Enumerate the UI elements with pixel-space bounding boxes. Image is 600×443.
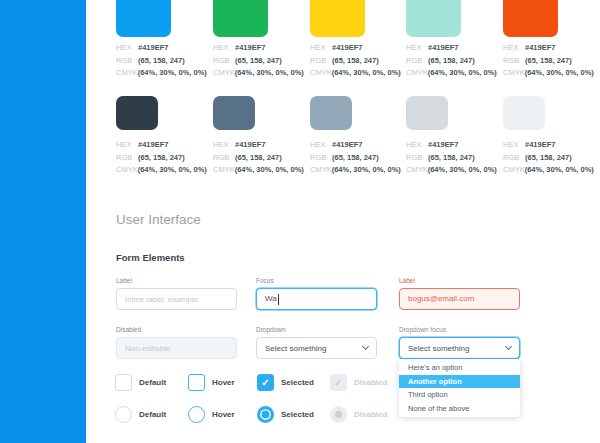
swatch-chip — [213, 0, 268, 37]
field-label: Focus — [256, 277, 377, 284]
cmyk-value: (64%, 30%, 0%, 0%) — [138, 67, 207, 80]
cmyk-value: (64%, 30%, 0%, 0%) — [525, 67, 594, 80]
cmyk-value: (64%, 30%, 0%, 0%) — [525, 164, 594, 177]
disabled-text-input — [116, 337, 237, 359]
checkbox-label: Selected — [281, 378, 314, 387]
menu-option[interactable]: None of the above — [399, 402, 520, 416]
rgb-label: RGB — [213, 152, 235, 165]
focused-text-input[interactable]: Wa — [256, 288, 377, 310]
text-field-disabled: Disabled — [116, 326, 237, 359]
menu-option-highlighted[interactable]: Another option — [399, 375, 520, 389]
hex-value: #419EF7 — [525, 42, 555, 55]
menu-option[interactable]: Here's an option — [399, 361, 520, 375]
hex-label: HEX — [406, 139, 428, 152]
text-field-error: Label bogus@email.com — [399, 277, 520, 310]
field-label: Label — [116, 277, 237, 284]
dropdown-field: Dropdown Select something — [256, 326, 377, 359]
hex-label: HEX — [116, 139, 138, 152]
hex-label: HEX — [503, 139, 525, 152]
dropdown-value: Select something — [265, 344, 326, 353]
color-swatch-off-white: HEX#419EF7 RGB(65, 158, 247) CMYK(64%, 3… — [503, 96, 593, 177]
text-input[interactable] — [116, 288, 237, 310]
color-swatch-dark-slate: HEX#419EF7 RGB(65, 158, 247) CMYK(64%, 3… — [116, 96, 206, 177]
hex-label: HEX — [116, 42, 138, 55]
color-swatch-mint: HEX#419EF7 RGB(65, 158, 247) CMYK(64%, 3… — [406, 0, 496, 80]
text-field-focus: Focus Wa — [256, 277, 377, 310]
color-swatch-light-gray: HEX#419EF7 RGB(65, 158, 247) CMYK(64%, 3… — [406, 96, 496, 177]
hex-value: #419EF7 — [332, 139, 362, 152]
rgb-value: (65, 158, 247) — [235, 152, 282, 165]
swatch-labels: HEX#419EF7 RGB(65, 158, 247) CMYK(64%, 3… — [310, 42, 400, 80]
cmyk-label: CMYK — [116, 67, 138, 80]
text-cursor — [278, 294, 279, 305]
cmyk-label: CMYK — [406, 164, 428, 177]
radio-selected[interactable] — [257, 406, 274, 423]
dropdown-focus-select[interactable]: Select something — [399, 337, 520, 359]
radio-hover-group: Hover — [188, 406, 235, 423]
rgb-value: (65, 158, 247) — [525, 152, 572, 165]
cmyk-value: (64%, 30%, 0%, 0%) — [138, 164, 207, 177]
swatch-chip — [406, 96, 448, 130]
swatch-labels: HEX#419EF7 RGB(65, 158, 247) CMYK(64%, 3… — [503, 139, 593, 177]
checkbox-hover-group: Hover — [188, 374, 235, 391]
check-icon: ✓ — [334, 377, 342, 388]
color-swatch-gray-blue: HEX#419EF7 RGB(65, 158, 247) CMYK(64%, 3… — [310, 96, 400, 177]
checkbox-default-group: Default — [115, 374, 166, 391]
swatch-labels: HEX#419EF7 RGB(65, 158, 247) CMYK(64%, 3… — [213, 139, 303, 177]
cmyk-value: (64%, 30%, 0%, 0%) — [332, 164, 401, 177]
section-title: User Interface — [116, 212, 201, 227]
rgb-value: (65, 158, 247) — [428, 152, 475, 165]
hex-value: #419EF7 — [235, 42, 265, 55]
hex-label: HEX — [503, 42, 525, 55]
rgb-value: (65, 158, 247) — [525, 55, 572, 68]
chevron-down-icon — [362, 343, 369, 350]
cmyk-label: CMYK — [310, 164, 332, 177]
rgb-label: RGB — [310, 55, 332, 68]
cmyk-value: (64%, 30%, 0%, 0%) — [428, 67, 497, 80]
rgb-label: RGB — [406, 55, 428, 68]
hex-label: HEX — [310, 42, 332, 55]
swatch-chip — [503, 0, 558, 37]
checkbox-hover[interactable] — [188, 374, 205, 391]
radio-label: Selected — [281, 410, 314, 419]
swatch-labels: HEX#419EF7 RGB(65, 158, 247) CMYK(64%, 3… — [116, 42, 206, 80]
hex-label: HEX — [213, 42, 235, 55]
radio-label: Disabled — [354, 410, 387, 419]
color-swatch-yellow: HEX#419EF7 RGB(65, 158, 247) CMYK(64%, 3… — [310, 0, 400, 80]
swatch-chip — [116, 96, 158, 130]
checkbox-default[interactable] — [115, 374, 132, 391]
rgb-value: (65, 158, 247) — [332, 152, 379, 165]
hex-value: #419EF7 — [138, 139, 168, 152]
swatch-chip — [213, 96, 255, 130]
field-label-error: Label — [399, 277, 520, 284]
checkbox-selected[interactable]: ✓ — [257, 374, 274, 391]
menu-option[interactable]: Third option — [399, 388, 520, 402]
field-label: Disabled — [116, 326, 237, 333]
input-value: Wa — [265, 294, 277, 303]
rgb-value: (65, 158, 247) — [138, 152, 185, 165]
cmyk-label: CMYK — [503, 67, 525, 80]
dropdown-menu: Here's an option Another option Third op… — [399, 359, 520, 417]
error-text-input[interactable]: bogus@email.com — [399, 288, 520, 310]
checkbox-disabled: ✓ — [330, 374, 347, 391]
swatch-chip — [310, 96, 352, 130]
dropdown-select[interactable]: Select something — [256, 337, 377, 359]
dropdown-focus-field: Dropdown focus Select something — [399, 326, 520, 359]
hex-value: #419EF7 — [332, 42, 362, 55]
rgb-label: RGB — [310, 152, 332, 165]
hex-value: #419EF7 — [428, 42, 458, 55]
rgb-label: RGB — [406, 152, 428, 165]
swatch-labels: HEX#419EF7 RGB(65, 158, 247) CMYK(64%, 3… — [310, 139, 400, 177]
cmyk-label: CMYK — [213, 67, 235, 80]
color-swatch-slate: HEX#419EF7 RGB(65, 158, 247) CMYK(64%, 3… — [213, 96, 303, 177]
radio-hover[interactable] — [188, 406, 205, 423]
radio-default[interactable] — [115, 406, 132, 423]
swatch-labels: HEX#419EF7 RGB(65, 158, 247) CMYK(64%, 3… — [406, 42, 496, 80]
field-label: Dropdown focus — [399, 326, 520, 333]
cmyk-label: CMYK — [310, 67, 332, 80]
hex-value: #419EF7 — [235, 139, 265, 152]
subsection-title: Form Elements — [116, 252, 185, 263]
cmyk-label: CMYK — [213, 164, 235, 177]
rgb-value: (65, 158, 247) — [428, 55, 475, 68]
swatch-chip — [116, 0, 171, 37]
